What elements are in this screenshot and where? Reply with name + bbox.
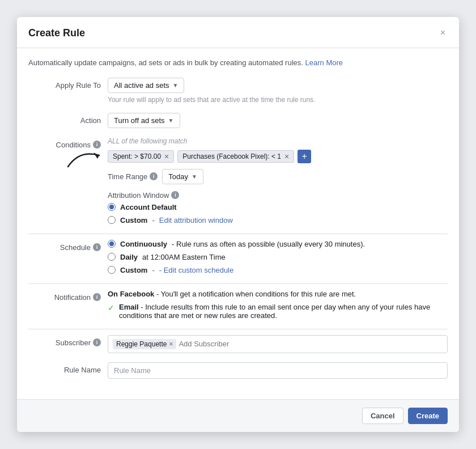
condition-tag-2: Purchases (Facebook Pixel): < 1 × <box>177 150 294 163</box>
notification-info-icon[interactable]: i <box>93 293 101 301</box>
attribution-radio-group: Account Default Custom - Edit attributio… <box>108 203 233 224</box>
divider-1 <box>28 234 448 234</box>
time-range-info-icon[interactable]: i <box>150 172 158 180</box>
modal-footer: Cancel Create <box>17 399 459 432</box>
rule-name-label: Rule Name <box>28 362 108 374</box>
subscriber-row: Subscriber i Reggie Paquette × <box>28 335 448 353</box>
schedule-custom[interactable]: Custom - - Edit custom schedule <box>108 266 448 274</box>
modal-title: Create Rule <box>28 27 85 39</box>
schedule-content: Continuously - Rule runs as often as pos… <box>108 240 448 274</box>
apply-rule-label: Apply Rule To <box>28 78 108 90</box>
add-condition-button[interactable]: + <box>298 150 311 163</box>
svg-marker-0 <box>94 153 99 159</box>
edit-attribution-link[interactable]: Edit attribution window <box>159 216 233 224</box>
arrow-annotation <box>62 144 108 172</box>
notification-row: Notification i On Facebook - You'll get … <box>28 290 448 320</box>
notification-email-text: Email - Include results from this rule t… <box>119 303 448 320</box>
cancel-button[interactable]: Cancel <box>362 408 403 424</box>
remove-tag-1-icon[interactable]: × <box>164 153 169 160</box>
subscriber-label-cell: Subscriber i <box>28 335 108 347</box>
schedule-daily-radio[interactable] <box>108 253 116 261</box>
apply-rule-row: Apply Rule To All active ad sets ▼ Your … <box>28 78 448 104</box>
subscriber-content: Reggie Paquette × <box>108 335 448 353</box>
chevron-down-icon: ▼ <box>192 173 197 180</box>
schedule-custom-radio[interactable] <box>108 266 116 274</box>
divider-3 <box>28 329 448 329</box>
create-button[interactable]: Create <box>408 408 448 424</box>
action-label: Action <box>28 113 108 125</box>
attribution-account-default[interactable]: Account Default <box>108 203 233 211</box>
modal-header: Create Rule × <box>17 17 459 48</box>
notification-label-cell: Notification i <box>28 290 108 302</box>
action-dropdown[interactable]: Turn off ad sets ▼ <box>108 113 180 128</box>
action-row: Action Turn off ad sets ▼ <box>28 113 448 128</box>
attribution-custom[interactable]: Custom - Edit attribution window <box>108 216 233 224</box>
schedule-info-icon[interactable]: i <box>93 243 101 251</box>
schedule-label-cell: Schedule i <box>28 240 108 252</box>
learn-more-link[interactable]: Learn More <box>305 58 343 67</box>
close-button[interactable]: × <box>438 26 448 40</box>
attribution-window-label: Attribution Window i <box>108 191 179 200</box>
schedule-row: Schedule i Continuously - Rule runs as o… <box>28 240 448 274</box>
schedule-continuously[interactable]: Continuously - Rule runs as often as pos… <box>108 240 448 248</box>
modal-overlay: Create Rule × Automatically update campa… <box>17 17 459 432</box>
rule-name-content <box>108 362 448 379</box>
rule-name-input[interactable] <box>108 362 448 379</box>
notification-email-row: ✓ Email - Include results from this rule… <box>108 303 448 320</box>
subscriber-input[interactable] <box>178 340 443 348</box>
schedule-continuously-radio[interactable] <box>108 240 116 248</box>
subscriber-tag: Reggie Paquette × <box>113 339 176 349</box>
rule-name-row: Rule Name <box>28 362 448 379</box>
remove-subscriber-icon[interactable]: × <box>169 340 173 348</box>
create-rule-modal: Create Rule × Automatically update campa… <box>17 17 459 432</box>
chevron-down-icon: ▼ <box>168 117 174 124</box>
notification-content: On Facebook - You'll get a notification … <box>108 290 448 320</box>
attribution-info-icon[interactable]: i <box>171 191 179 199</box>
notification-main-text: On Facebook - You'll get a notification … <box>108 290 448 298</box>
time-range-row: Time Range i Today ▼ <box>108 169 448 184</box>
attribution-account-default-radio[interactable] <box>108 203 116 211</box>
action-content: Turn off ad sets ▼ <box>108 113 448 128</box>
time-range-label: Time Range i <box>108 172 158 181</box>
remove-tag-2-icon[interactable]: × <box>284 153 289 160</box>
all-match-text: ALL of the following match <box>108 137 448 145</box>
subscriber-info-icon[interactable]: i <box>93 338 101 346</box>
description-text: Automatically update campaigns, ad sets … <box>28 57 448 69</box>
checkmark-icon: ✓ <box>108 303 114 312</box>
time-range-dropdown[interactable]: Today ▼ <box>162 169 203 184</box>
schedule-daily[interactable]: Daily at 12:00AM Eastern Time <box>108 253 448 261</box>
conditions-content: ALL of the following match Spent: > $70.… <box>108 137 448 224</box>
attribution-custom-radio[interactable] <box>108 216 116 224</box>
modal-body: Automatically update campaigns, ad sets … <box>17 48 459 399</box>
attribution-window-section: Attribution Window i Account Default Cus… <box>108 191 448 224</box>
apply-rule-content: All active ad sets ▼ Your rule will appl… <box>108 78 448 104</box>
subscriber-field[interactable]: Reggie Paquette × <box>108 335 448 353</box>
divider-2 <box>28 283 448 284</box>
conditions-tags: Spent: > $70.00 × Purchases (Facebook Pi… <box>108 150 448 163</box>
apply-rule-dropdown[interactable]: All active ad sets ▼ <box>108 78 184 93</box>
apply-rule-hint: Your rule will apply to ad sets that are… <box>108 96 448 104</box>
conditions-row: Conditions i ALL of the following match … <box>28 137 448 224</box>
condition-tag-1: Spent: > $70.00 × <box>108 150 174 163</box>
edit-schedule-link[interactable]: - Edit custom schedule <box>159 266 234 274</box>
chevron-down-icon: ▼ <box>173 82 178 88</box>
